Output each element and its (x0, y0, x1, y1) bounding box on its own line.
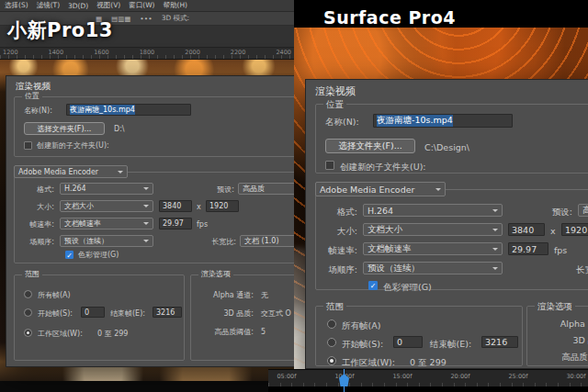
choose-folder-button[interactable]: 选择文件夹(F)... (325, 139, 415, 153)
work-area-radio[interactable] (24, 329, 32, 337)
subfolder-checkbox[interactable] (325, 161, 334, 170)
ruler-tick: 2400 (276, 49, 291, 59)
menu-help[interactable]: 帮助(H) (164, 1, 188, 10)
framerate-select[interactable]: 文档帧速率 (60, 218, 153, 230)
chevron-down-icon (492, 267, 498, 270)
end-frame-input[interactable]: 3216 (481, 336, 518, 348)
menu-3d[interactable]: 3D(D) (68, 2, 88, 10)
threshold-value[interactable]: 5 (261, 329, 266, 337)
ruler-tick: 1800 (140, 49, 155, 59)
subfolder-label: 创建新的子文件夹(U): (340, 162, 426, 172)
chevron-down-icon (143, 222, 149, 225)
preset-select[interactable]: 高品质 (238, 183, 294, 195)
width-input[interactable]: 3840 (159, 200, 192, 212)
size-label: 大小: (313, 227, 357, 236)
all-frames-label: 所有帧(A) (38, 292, 71, 300)
start-frame-input[interactable]: 0 (81, 307, 105, 318)
ruler-tick: 2000 (185, 49, 200, 59)
mode-3d-label: 3D 模式: (162, 14, 189, 23)
end-frame-input[interactable]: 3216 (153, 307, 182, 318)
threshold-label: 高品质阈值: (191, 329, 254, 337)
width-input[interactable]: 3840 (508, 223, 545, 236)
ruler-tick: 1200 (3, 49, 18, 59)
align-icons[interactable]: ▤▥▦ (111, 15, 130, 23)
times-label: x (550, 227, 556, 236)
end-frame-label: 结束帧(E): (430, 340, 471, 349)
menu-select[interactable]: 选择(S) (5, 1, 28, 10)
all-frames-radio[interactable] (327, 319, 336, 329)
render-video-dialog: 渲染视频 位置 名称(N): 夜游南塘-10s.mp4 选择文件夹(F)... … (305, 79, 588, 369)
name-label: 名称(N): (24, 107, 52, 116)
start-frame-input[interactable]: 0 (393, 336, 423, 348)
size-select[interactable]: 文档大小 (60, 200, 153, 212)
start-end-radio[interactable] (327, 338, 336, 347)
menu-window[interactable]: 窗口(W) (129, 1, 154, 10)
timeline-tick-label: 25:00f (508, 373, 527, 380)
framerate-select[interactable]: 文档帧速率 (363, 242, 503, 255)
horizontal-ruler: 1200 1400 1600 1800 2000 2200 2400 (0, 48, 294, 60)
aspect-select[interactable]: 文档 (1.0) (240, 235, 294, 247)
timeline-tick-label: 05:00f (277, 373, 296, 380)
height-input[interactable]: 1920 (206, 200, 239, 212)
field-order-label: 场顺序: (14, 239, 54, 247)
encoder-select[interactable]: Adobe Media Encoder (14, 165, 128, 178)
alpha-channel-value[interactable]: 无 (261, 292, 268, 300)
selected-filename-text: 夜游南塘_10s.mp4 (70, 105, 135, 115)
folder-path: D:\ (114, 126, 125, 134)
aspect-label: 长宽比: (576, 265, 588, 274)
all-frames-radio[interactable] (24, 290, 32, 298)
timeline-tick-label: 20:00f (450, 373, 469, 380)
quality-3d-label: 3D 品质: (195, 310, 254, 319)
framerate-label: 帧速率: (14, 221, 54, 230)
format-label: 格式: (313, 207, 357, 217)
height-input[interactable]: 1920 (561, 223, 588, 236)
menu-view[interactable]: 视图(V) (96, 1, 120, 10)
preset-label: 预设: (536, 207, 572, 217)
choose-folder-button[interactable]: 选择文件夹(F)... (24, 122, 105, 135)
name-input[interactable]: 夜游南塘_10s.mp4 (66, 104, 191, 116)
alpha-channel-label: Alpha 通道: (531, 319, 588, 329)
render-options-legend: 渲染选项 (535, 302, 575, 311)
start-end-radio[interactable] (24, 308, 32, 317)
timeline-lower-track (268, 386, 588, 392)
field-order-select[interactable]: 预设（连续） (363, 262, 503, 274)
fps-input[interactable]: 29.97 (508, 242, 548, 255)
color-manage-checkbox[interactable] (368, 281, 378, 290)
chevron-down-icon (492, 229, 498, 231)
alpha-channel-label: Alpha 通道: (195, 292, 254, 300)
ruler-tick: 1600 (94, 49, 109, 59)
start-frame-label: 开始帧(S): (342, 340, 383, 349)
device-label-left: 小新Pro13 (7, 17, 113, 43)
chevron-down-icon (143, 187, 149, 190)
format-select[interactable]: H.264 (60, 183, 153, 195)
name-label: 名称(N): (325, 118, 359, 127)
work-area-value: 0 至 299 (410, 358, 447, 367)
field-order-select[interactable]: 预设（连续） (60, 235, 153, 247)
dialog-title: 渲染视频 (315, 86, 356, 97)
chevron-down-icon (118, 171, 123, 174)
work-area-label: 工作区域(W): (38, 330, 83, 339)
panel-left-device: 选择(S) 滤镜(T) 3D(D) 视图(V) 窗口(W) 帮助(H) ▦ ▤▥… (0, 0, 294, 392)
render-video-dialog: 渲染视频 位置 名称(N): 夜游南塘_10s.mp4 选择文件夹(F)... … (6, 75, 294, 367)
size-select[interactable]: 文档大小 (363, 223, 503, 236)
menu-filter[interactable]: 滤镜(T) (37, 1, 60, 10)
color-manage-label: 色彩管理(G) (383, 283, 432, 292)
overflow-menu-icon[interactable]: ••• (140, 15, 152, 23)
work-area-label: 工作区域(W): (342, 358, 395, 367)
color-manage-checkbox[interactable] (65, 251, 74, 259)
threshold-label: 高品质阈值: (531, 353, 588, 362)
timeline-ruler[interactable]: 05:00f 10:00f 15:00f 20:00f 25:00f 30:00… (268, 369, 588, 386)
fps-input[interactable]: 29.97 (159, 218, 192, 230)
panel-right-device: Surface Pro4 渲染视频 位置 名称(N): 夜游南塘-10s.mp4… (294, 0, 588, 392)
subfolder-checkbox[interactable] (24, 141, 32, 150)
menu-bar: 选择(S) 滤镜(T) 3D(D) 视图(V) 窗口(W) 帮助(H) (0, 0, 294, 12)
preset-select[interactable]: 高品质 (578, 204, 588, 217)
encoder-select[interactable]: Adobe Media Encoder (315, 182, 446, 196)
name-input[interactable]: 夜游南塘-10s.mp4 (373, 114, 513, 128)
subfolder-label: 创建新的子文件夹(U): (37, 142, 109, 151)
work-area-radio[interactable] (327, 356, 336, 365)
format-select[interactable]: H.264 (363, 204, 503, 217)
quality-3d-value[interactable]: 交互式 O (261, 310, 291, 319)
times-label: x (197, 204, 201, 212)
chevron-down-icon (492, 209, 498, 212)
